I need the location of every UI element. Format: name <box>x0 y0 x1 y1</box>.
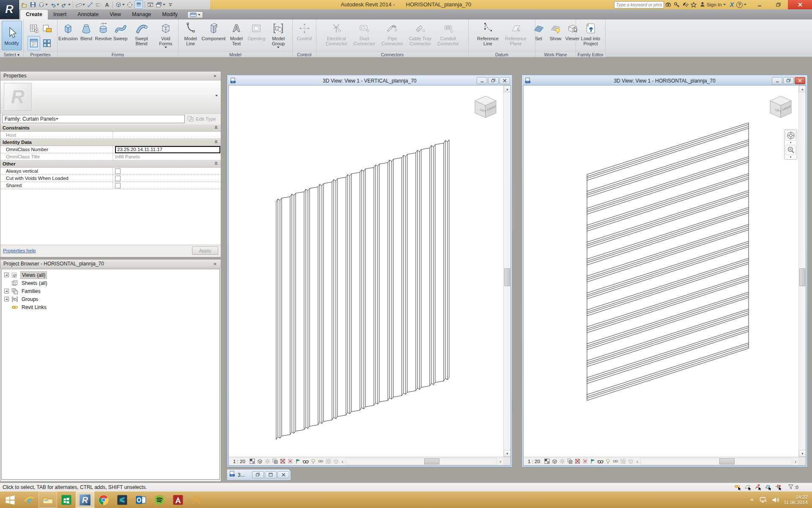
taskbar-file-explorer-icon[interactable] <box>38 491 57 508</box>
help-icon[interactable]: ? <box>736 2 743 8</box>
sweep-button[interactable]: Sweep <box>112 20 129 41</box>
tab-manage[interactable]: Manage <box>126 10 156 19</box>
sign-in-button[interactable]: Sign In <box>698 1 727 8</box>
panel-label-forms[interactable]: Forms <box>58 52 178 57</box>
property-value[interactable] <box>112 175 221 182</box>
collapse-chevron-icon[interactable] <box>214 161 218 166</box>
horizontal-scrollbar[interactable] <box>346 458 497 465</box>
panel-label-family-editor[interactable]: Family Editor <box>576 52 605 57</box>
scroll-right-icon[interactable]: › <box>793 459 798 464</box>
model-group-button[interactable]: Model Group <box>265 20 291 48</box>
tag-by-category-icon[interactable] <box>95 0 102 9</box>
application-menu-button[interactable]: R <box>0 0 19 19</box>
section-header-constraints[interactable]: Constraints <box>0 124 221 132</box>
close-window-icon[interactable] <box>277 471 289 478</box>
panel-display-toggle[interactable] <box>187 11 203 18</box>
exchange-apps-icon[interactable]: X <box>727 1 736 8</box>
horizontal-scrollbar[interactable] <box>640 458 792 465</box>
property-value-editbox[interactable]: 23.25.20.14.11.11.17 <box>115 146 220 153</box>
close-hidden-windows-icon[interactable] <box>147 0 154 9</box>
edit-type-button[interactable]: Edit Type <box>187 115 216 123</box>
network-icon[interactable] <box>759 496 768 504</box>
scroll-down-icon[interactable]: ▼ <box>799 450 806 457</box>
type-properties-icon[interactable] <box>41 36 53 50</box>
start-button[interactable] <box>0 491 20 508</box>
select-underlay-icon[interactable] <box>744 483 752 491</box>
communication-center-icon[interactable] <box>681 0 689 9</box>
taskbar-chrome-icon[interactable] <box>94 491 113 508</box>
steering-wheel-icon[interactable] <box>785 130 796 141</box>
restore-window-icon[interactable] <box>252 471 264 478</box>
reveal-hidden-icon[interactable] <box>302 458 309 465</box>
temporary-hide-icon[interactable] <box>604 458 612 465</box>
taskbar-internet-explorer-icon[interactable]: e <box>20 491 38 508</box>
expand-icon[interactable] <box>4 297 9 301</box>
detail-level-icon[interactable] <box>543 458 551 465</box>
maximize-window-icon[interactable] <box>265 471 277 478</box>
load-into-project-button[interactable]: Load into Project <box>577 20 604 46</box>
detail-level-icon[interactable] <box>249 458 256 465</box>
vertical-scrollbar[interactable]: ▲▼ <box>503 86 510 457</box>
family-category-icon[interactable] <box>41 21 53 36</box>
worksharing-display-icon[interactable] <box>317 458 324 465</box>
family-types-icon[interactable] <box>27 21 40 36</box>
taskbar-revit-icon[interactable]: R <box>76 491 94 508</box>
close-icon[interactable]: × <box>212 73 218 79</box>
reveal-hidden-icon[interactable] <box>597 458 604 465</box>
void-forms-button[interactable]: Void Forms <box>154 20 177 48</box>
open-file-icon[interactable] <box>21 0 28 9</box>
tree-item-families[interactable]: Families <box>2 287 219 295</box>
panel-label-control[interactable]: Control <box>293 52 316 57</box>
zoom-icon[interactable] <box>785 145 796 155</box>
expand-icon[interactable] <box>4 289 9 293</box>
scroll-right-icon[interactable]: › <box>497 459 503 464</box>
property-value[interactable]: 23.25.20.14.11.11.17 <box>112 146 221 153</box>
close-window-icon[interactable] <box>499 77 510 84</box>
viewcube[interactable]: LEFT FRONT <box>768 94 794 120</box>
model-line-button[interactable]: Model Line <box>179 20 202 46</box>
annotation-crop-icon[interactable] <box>325 458 332 465</box>
collapse-chevron-icon[interactable] <box>214 140 218 145</box>
view-window-titlebar[interactable]: RVT3D View: View 1 - HORISONTAL_plannja_… <box>523 76 806 85</box>
component-button[interactable]: Component <box>202 20 225 41</box>
crop-view-icon[interactable] <box>287 458 294 465</box>
minimize-window-icon[interactable] <box>477 77 487 84</box>
family-selector-dropdown[interactable]: Family: Curtain Panels <box>2 115 185 123</box>
visual-style-icon[interactable] <box>551 458 558 465</box>
drawing-area[interactable]: LEFT FRONT ▲▼1 : 20‹› <box>228 85 511 466</box>
set-button[interactable]: Set <box>530 20 547 41</box>
worksharing-display-icon[interactable] <box>612 458 619 465</box>
select-pinned-icon[interactable] <box>754 483 762 491</box>
vertical-scrollbar[interactable]: ▲▼ <box>798 86 806 457</box>
panel-label-model[interactable]: Model <box>178 52 292 57</box>
temporary-hide-icon[interactable] <box>310 458 317 465</box>
view-window-titlebar[interactable]: RVT3D View: View 1 - VERTICAL_plannja_70 <box>228 76 511 85</box>
show-button[interactable]: Show <box>547 20 564 41</box>
scrollbar-thumb[interactable] <box>719 458 735 464</box>
undo-icon[interactable] <box>49 0 60 9</box>
panel-label-datum[interactable]: Datum <box>469 52 535 57</box>
panel-label-connectors[interactable]: Connectors <box>316 52 468 57</box>
tab-create[interactable]: Create <box>20 10 48 19</box>
reveal-constraints-icon[interactable] <box>589 458 596 465</box>
scroll-up-icon[interactable]: ▲ <box>799 86 806 92</box>
keyword-icon[interactable] <box>672 0 681 9</box>
tab-view[interactable]: View <box>104 10 126 19</box>
type-selector-arrow-icon[interactable] <box>215 95 218 97</box>
blend-button[interactable]: Blend <box>78 20 95 41</box>
navbar-chevron-icon[interactable]: ▾ <box>790 156 792 158</box>
show-crop-icon[interactable] <box>279 458 286 465</box>
collapse-chevron-icon[interactable] <box>214 125 218 130</box>
volume-icon[interactable] <box>771 496 780 504</box>
sun-path-icon[interactable] <box>559 458 566 465</box>
select-by-face-icon[interactable] <box>764 483 772 491</box>
restore-window-icon[interactable] <box>488 77 499 84</box>
model-text-button[interactable]: AModel Text <box>225 20 247 46</box>
reference-line-button[interactable]: Reference Line <box>474 20 502 46</box>
panel-label-work-plane[interactable]: Work Plane <box>535 52 576 57</box>
horizontal-corrugated-panel-geometry[interactable] <box>587 123 749 400</box>
scroll-left-icon[interactable]: ‹ <box>340 459 346 464</box>
measure-icon[interactable] <box>75 0 85 9</box>
tab-insert[interactable]: Insert <box>48 10 72 19</box>
taskbar-outlook-icon[interactable] <box>132 491 150 508</box>
